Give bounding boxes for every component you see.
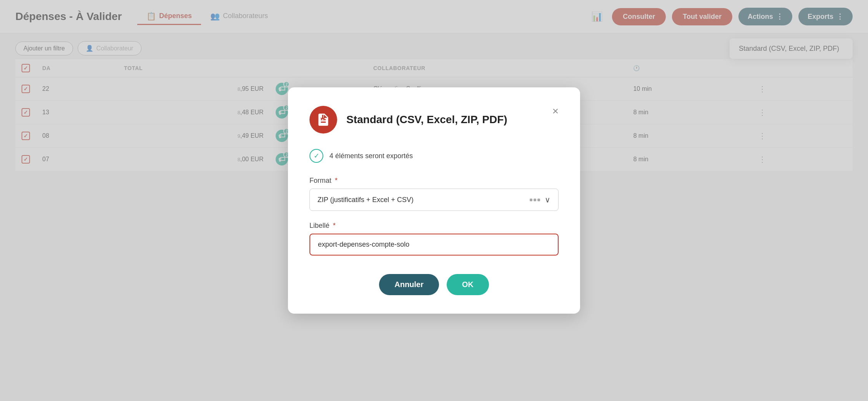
libelle-label: Libellé * [309,222,559,230]
modal-header: Standard (CSV, Excel, ZIP, PDF) × [309,106,559,134]
modal-info-text: 4 éléments seront exportés [329,152,413,160]
export-modal: Standard (CSV, Excel, ZIP, PDF) × ✓ 4 él… [288,87,580,314]
format-select[interactable]: ZIP (justificatifs + Excel + CSV) ∨ [309,189,559,211]
export-file-icon [316,112,331,127]
libelle-required: * [331,222,336,229]
chevron-down-icon: ∨ [545,195,550,204]
select-dots-icon [530,199,540,201]
modal-info: ✓ 4 éléments seront exportés [309,149,559,163]
format-required: * [333,177,338,184]
libelle-group: Libellé * export-depenses-compte-solo [309,222,559,256]
modal-icon [309,106,337,134]
modal-title: Standard (CSV, Excel, ZIP, PDF) [346,114,543,126]
format-group: Format * ZIP (justificatifs + Excel + CS… [309,177,559,211]
check-circle-icon: ✓ [309,149,323,163]
format-select-value: ZIP (justificatifs + Excel + CSV) [318,196,530,204]
modal-footer: Annuler OK [309,274,559,295]
libelle-input[interactable]: export-depenses-compte-solo [309,234,559,256]
format-label: Format * [309,177,559,185]
annuler-button[interactable]: Annuler [379,274,439,295]
ok-button[interactable]: OK [447,274,489,295]
modal-close-button[interactable]: × [552,106,559,117]
